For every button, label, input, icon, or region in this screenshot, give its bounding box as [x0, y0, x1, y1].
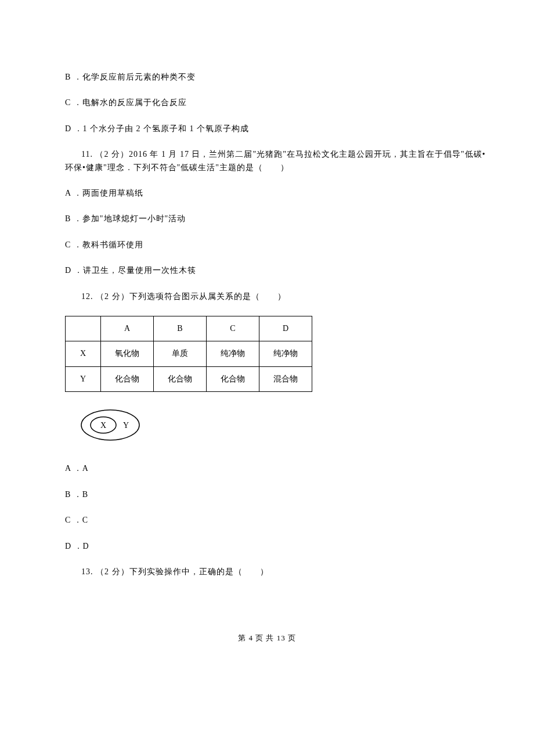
table-cell: 纯净物 — [207, 341, 259, 366]
q11-option-d: D ．讲卫生，尽量使用一次性木筷 — [65, 264, 488, 277]
q10-option-b: B ．化学反应前后元素的种类不变 — [65, 71, 488, 84]
table-cell: 氧化物 — [101, 341, 154, 366]
table-row: A B C D — [66, 316, 312, 341]
table-cell: 化合物 — [154, 366, 207, 391]
q12-text: 12. （2 分）下列选项符合图示从属关系的是（ ） — [65, 290, 488, 303]
q11-option-a: A ．两面使用草稿纸 — [65, 187, 488, 200]
q12-option-d: D ．D — [65, 540, 488, 553]
q10-option-d: D ．1 个水分子由 2 个氢原子和 1 个氧原子构成 — [65, 123, 488, 135]
q11-option-b: B ．参加"地球熄灯一小时"活动 — [65, 213, 488, 225]
table-row: Y 化合物 化合物 化合物 混合物 — [66, 366, 312, 391]
table-cell: B — [154, 316, 207, 341]
svg-point-0 — [81, 410, 139, 440]
table-cell: X — [66, 341, 101, 366]
page-footer: 第 4 页 共 13 页 — [0, 632, 534, 645]
table-cell: 单质 — [154, 341, 207, 366]
q12-venn-diagram: X Y — [75, 405, 488, 449]
table-row: X 氧化物 单质 纯净物 纯净物 — [66, 341, 312, 366]
table-cell: 纯净物 — [259, 341, 312, 366]
table-cell — [66, 316, 101, 341]
table-cell: Y — [66, 366, 101, 391]
q13-text: 13. （2 分）下列实验操作中，正确的是（ ） — [65, 566, 488, 578]
q11-text: 11. （2 分）2016 年 1 月 17 日，兰州第二届"光猪跑"在马拉松文… — [46, 148, 488, 174]
table-cell: A — [101, 316, 154, 341]
table-cell: D — [259, 316, 312, 341]
q10-option-c: C ．电解水的反应属于化合反应 — [65, 96, 488, 109]
table-cell: 混合物 — [259, 366, 312, 391]
q11-option-c: C ．教科书循环使用 — [65, 239, 488, 251]
table-cell: 化合物 — [101, 366, 154, 391]
q12-option-c: C ．C — [65, 514, 488, 527]
table-cell: C — [207, 316, 259, 341]
diagram-label-y: Y — [123, 421, 129, 430]
q12-table: A B C D X 氧化物 单质 纯净物 纯净物 Y 化合物 化合物 化合物 混… — [65, 316, 312, 392]
diagram-label-x: X — [100, 421, 106, 430]
q12-option-b: B ．B — [65, 488, 488, 501]
q12-option-a: A ．A — [65, 462, 488, 475]
table-cell: 化合物 — [207, 366, 259, 391]
